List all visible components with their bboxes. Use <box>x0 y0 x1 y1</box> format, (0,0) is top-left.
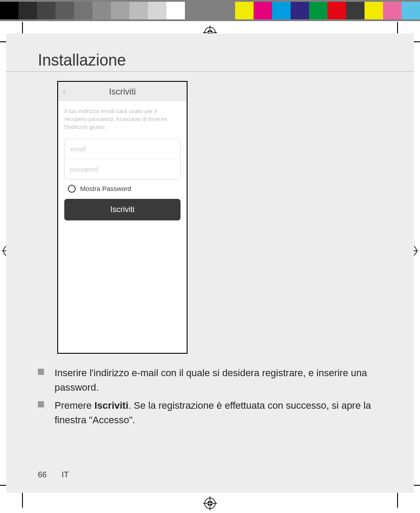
phone-screen-title: Iscriviti <box>58 87 187 97</box>
color-swatch <box>74 2 92 19</box>
page-body: Installazione ‹ Iscriviti Il tuo indiriz… <box>6 33 414 493</box>
helper-text: Il tuo indirizzo email sarà usato per il… <box>64 107 181 132</box>
radio-unchecked-icon <box>68 185 76 193</box>
phone-screenshot: ‹ Iscriviti Il tuo indirizzo email sarà … <box>57 81 188 354</box>
crop-mark <box>397 490 398 508</box>
color-calibration-strip <box>0 2 420 19</box>
show-password-label: Mostra Password <box>80 185 131 192</box>
color-swatch <box>129 2 148 19</box>
color-swatch <box>0 2 18 19</box>
color-swatch <box>291 2 309 19</box>
color-swatch <box>365 2 383 19</box>
color-swatch <box>328 2 346 19</box>
password-field[interactable] <box>65 159 180 179</box>
instruction-item: Inserire l'indirizzo e-mail con il quale… <box>38 366 381 395</box>
instruction-text-pre: Premere <box>55 400 94 411</box>
page-language: IT <box>62 470 69 480</box>
color-swatch <box>55 2 74 19</box>
page-number: 66 <box>38 470 47 480</box>
email-field[interactable] <box>65 139 180 159</box>
signup-button[interactable]: Iscriviti <box>64 199 181 220</box>
color-swatch <box>254 2 272 19</box>
crop-mark <box>22 490 23 508</box>
title-underline <box>6 71 414 72</box>
instruction-text: Inserire l'indirizzo e-mail con il quale… <box>55 366 381 395</box>
color-swatch <box>111 2 129 19</box>
color-swatch <box>235 2 254 19</box>
color-swatch <box>272 2 291 19</box>
phone-titlebar: ‹ Iscriviti <box>58 82 187 101</box>
color-swatch <box>346 2 365 19</box>
color-swatch <box>92 2 111 19</box>
color-swatch <box>383 2 402 19</box>
color-swatch <box>402 2 420 19</box>
color-swatch <box>37 2 55 19</box>
show-password-toggle[interactable]: Mostra Password <box>64 180 181 199</box>
instruction-list: Inserire l'indirizzo e-mail con il quale… <box>38 366 381 431</box>
back-icon[interactable]: ‹ <box>63 85 66 98</box>
instruction-item: Premere Iscriviti. Se la registrazione è… <box>38 398 381 427</box>
color-swatch <box>18 2 37 19</box>
input-group <box>64 139 181 180</box>
instruction-text: Premere Iscriviti. Se la registrazione è… <box>55 398 381 427</box>
bullet-icon <box>38 401 44 407</box>
section-title: Installazione <box>38 51 126 70</box>
registration-mark-bottom <box>203 496 217 510</box>
color-swatch <box>166 2 185 19</box>
color-swatch <box>148 2 166 19</box>
instruction-text-bold: Iscriviti <box>94 400 128 411</box>
color-swatch <box>309 2 328 19</box>
bullet-icon <box>38 369 44 375</box>
